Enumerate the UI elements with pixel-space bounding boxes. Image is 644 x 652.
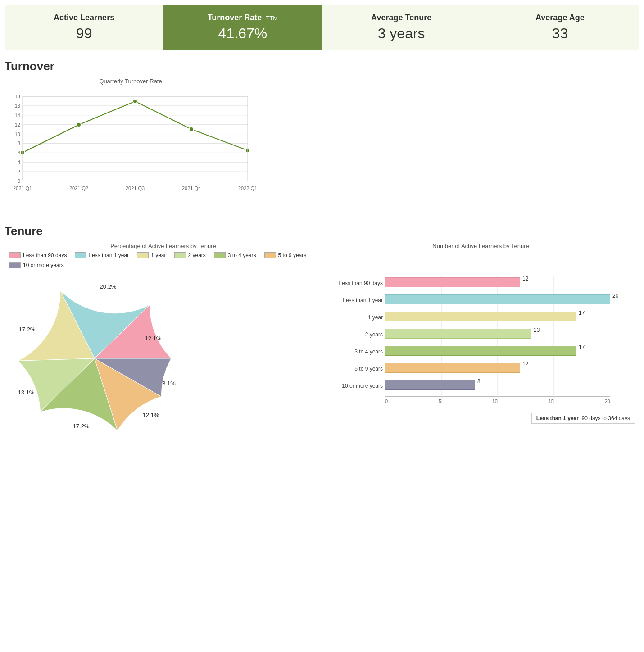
bar-value-1yr: 17	[579, 310, 620, 316]
kpi-turnover-rate-value: 41.67%	[172, 25, 313, 42]
kpi-turnover-rate-label: Turnover Rate TTM	[172, 13, 313, 23]
kpi-average-tenure: Average Tenure 3 years	[322, 5, 481, 50]
legend-label-5to9yr: 5 to 9 years	[278, 252, 307, 258]
bar-value-lt1yr: 20	[612, 293, 620, 299]
legend-swatch-5to9yr	[264, 252, 276, 258]
svg-text:2021 Q1: 2021 Q1	[13, 186, 32, 191]
svg-point-27	[133, 99, 137, 104]
bar-row-1yr: 1 year 17	[385, 311, 610, 324]
kpi-row: Active Learners 99 Turnover Rate TTM 41.…	[5, 5, 639, 50]
svg-point-26	[77, 122, 81, 127]
line-chart-svg: .axis-label { font-size: 11px; fill: #66…	[5, 87, 257, 213]
line-chart-container: Quarterly Turnover Rate .axis-label { fo…	[5, 78, 257, 215]
bar-chart-area: Less than 90 days 12 Less than 1 year 20	[327, 276, 635, 424]
pie-chart-svg: 12.1% 20.2% 17.2% 13.1% 17.2% 12.1% 8.1%	[9, 273, 180, 444]
tenure-section: Tenure Percentage of Active Learners by …	[5, 224, 639, 446]
svg-text:18: 18	[15, 94, 20, 99]
bar-value-10plus: 8	[477, 378, 620, 385]
legend-swatch-lt90	[9, 252, 21, 258]
bar-value-2yr: 13	[534, 327, 620, 333]
svg-point-28	[189, 127, 194, 131]
legend-label-3to4yr: 3 to 4 years	[228, 252, 256, 258]
legend-swatch-lt1yr	[75, 252, 86, 258]
svg-text:2021 Q3: 2021 Q3	[126, 186, 145, 191]
svg-text:2021 Q2: 2021 Q2	[69, 186, 88, 191]
kpi-active-learners-value: 99	[14, 25, 154, 42]
bar-chart-title: Number of Active Learners by Tenure	[327, 243, 635, 249]
svg-text:0: 0	[18, 178, 20, 184]
bar-fill-lt1yr	[385, 294, 610, 304]
legend-swatch-10plus	[9, 262, 21, 268]
legend-label-2yr: 2 years	[188, 252, 206, 258]
bar-label-2yr: 2 years	[336, 331, 383, 338]
kpi-active-learners: Active Learners 99	[5, 5, 163, 50]
bar-label-10plus: 10 or more years	[336, 383, 383, 389]
legend-label-lt1yr: Less than 1 year	[89, 252, 129, 258]
svg-text:17.2%: 17.2%	[73, 423, 90, 430]
legend-label-lt90: Less than 90 days	[23, 252, 67, 258]
legend-swatch-2yr	[174, 252, 186, 258]
tooltip-label: Less than 1 year	[536, 415, 579, 421]
svg-text:12: 12	[15, 122, 20, 127]
bar-chart-body: Less than 90 days 12 Less than 1 year 20	[385, 276, 610, 404]
bar-axis-20: 20	[605, 398, 610, 404]
bar-label-1yr: 1 year	[336, 314, 383, 321]
legend-item-5to9yr: 5 to 9 years	[264, 252, 307, 258]
bar-row-2yr: 2 years 13	[385, 328, 610, 341]
tenure-charts: Percentage of Active Learners by Tenure …	[9, 243, 635, 446]
legend-item-lt1yr: Less than 1 year	[75, 252, 129, 258]
bar-row-lt90: Less than 90 days 12	[385, 276, 610, 290]
pie-section: Percentage of Active Learners by Tenure …	[9, 243, 317, 446]
svg-text:8.1%: 8.1%	[162, 380, 176, 387]
kpi-active-learners-label: Active Learners	[14, 13, 154, 23]
svg-rect-30	[23, 96, 248, 181]
svg-text:8: 8	[18, 140, 20, 146]
bar-fill-2yr	[385, 329, 531, 339]
bar-fill-5to9yr	[385, 363, 520, 373]
legend-item-1yr: 1 year	[137, 252, 166, 258]
legend-item-3to4yr: 3 to 4 years	[214, 252, 256, 258]
pie-chart-title: Percentage of Active Learners by Tenure	[9, 243, 317, 249]
svg-text:12.1%: 12.1%	[145, 335, 162, 342]
line-chart-title: Quarterly Turnover Rate	[5, 78, 257, 85]
bar-label-lt1yr: Less than 1 year	[336, 297, 383, 303]
bar-axis-10: 10	[492, 398, 498, 404]
kpi-turnover-rate: Turnover Rate TTM 41.67%	[163, 5, 322, 50]
svg-text:17.2%: 17.2%	[19, 326, 36, 333]
kpi-average-age: Average Age 33	[481, 5, 639, 50]
bar-label-5to9yr: 5 to 9 years	[336, 366, 383, 372]
kpi-average-tenure-value: 3 years	[331, 25, 472, 42]
bar-section: Number of Active Learners by Tenure Less…	[327, 243, 635, 446]
bar-fill-10plus	[385, 380, 475, 390]
bar-tooltip-container: Less than 1 year 90 days to 364 days	[327, 408, 635, 424]
bar-axis-15: 15	[549, 398, 554, 404]
svg-text:4: 4	[18, 159, 20, 165]
bar-axis-0: 0	[385, 398, 388, 404]
kpi-average-age-label: Average Age	[490, 13, 630, 23]
turnover-section-title: Turnover	[5, 59, 639, 73]
bar-tooltip: Less than 1 year 90 days to 364 days	[531, 413, 635, 424]
bar-fill-1yr	[385, 312, 576, 321]
bar-value-3to4yr: 17	[579, 344, 620, 350]
bar-axis-5: 5	[439, 398, 441, 404]
tooltip-description: 90 days to 364 days	[582, 415, 630, 421]
legend-item-2yr: 2 years	[174, 252, 206, 258]
svg-text:13.1%: 13.1%	[18, 389, 35, 396]
legend-label-1yr: 1 year	[151, 252, 166, 258]
legend-item-10plus: 10 or more years	[9, 262, 64, 268]
bar-fill-3to4yr	[385, 346, 576, 356]
tenure-section-title: Tenure	[5, 224, 639, 238]
svg-text:12.1%: 12.1%	[143, 412, 159, 418]
bar-label-3to4yr: 3 to 4 years	[336, 349, 383, 355]
bar-value-lt90: 12	[522, 276, 620, 282]
bar-value-5to9yr: 12	[522, 361, 620, 367]
pie-legend: Less than 90 days Less than 1 year 1 yea…	[9, 252, 317, 268]
legend-label-10plus: 10 or more years	[23, 262, 64, 268]
bar-row-lt1yr: Less than 1 year 20	[385, 294, 610, 307]
legend-swatch-1yr	[137, 252, 149, 258]
bar-x-axis: 0 5 10 15 20	[385, 396, 610, 404]
bar-label-lt90: Less than 90 days	[336, 280, 383, 286]
svg-text:14: 14	[15, 113, 20, 118]
bar-row-10plus: 10 or more years 8	[385, 379, 610, 393]
bar-row-3to4yr: 3 to 4 years 17	[385, 345, 610, 358]
